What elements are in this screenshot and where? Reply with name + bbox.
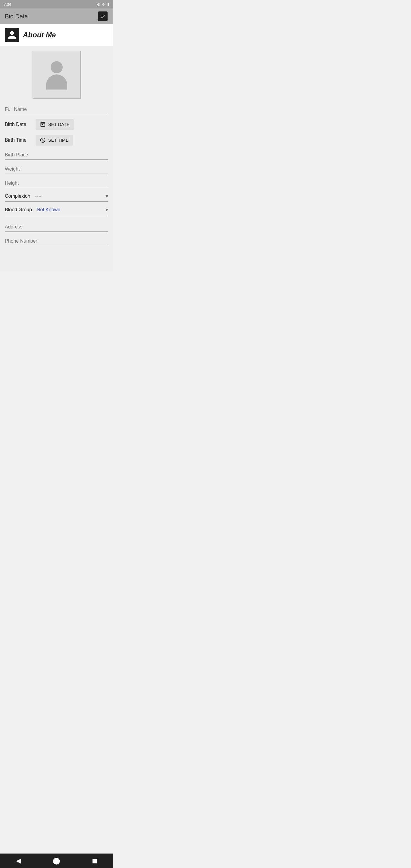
person-icon (7, 30, 17, 40)
blood-group-arrow-icon: ▾ (105, 207, 108, 213)
complexion-value: ---- (35, 193, 105, 199)
person-head (51, 61, 63, 73)
complexion-label: Complexion (5, 193, 30, 199)
phone-number-input[interactable] (5, 237, 108, 246)
birth-place-input[interactable] (5, 150, 108, 160)
weight-input[interactable] (5, 164, 108, 174)
address-input[interactable] (5, 222, 108, 232)
set-time-label: SET TIME (48, 138, 69, 143)
birth-date-row: Birth Date SET DATE (5, 119, 108, 130)
address-field (5, 222, 108, 232)
set-date-button[interactable]: SET DATE (36, 119, 74, 130)
photo-placeholder-wrapper (5, 51, 108, 99)
full-name-field (5, 105, 108, 114)
height-field (5, 179, 108, 188)
app-bar: Bio Data (0, 8, 113, 24)
birth-place-field (5, 150, 108, 160)
birth-date-label: Birth Date (5, 122, 32, 127)
birth-time-row: Birth Time SET TIME (5, 135, 108, 146)
check-icon (100, 13, 106, 19)
phone-number-field (5, 237, 108, 246)
status-time: 7:34 (4, 2, 11, 7)
blood-group-label: Blood Group (5, 207, 32, 213)
battery-icon: ▮ (107, 2, 109, 7)
birth-time-label: Birth Time (5, 137, 32, 143)
airplane-icon: ✈ (102, 2, 105, 7)
set-time-button[interactable]: SET TIME (36, 135, 73, 146)
check-button[interactable] (97, 11, 108, 22)
about-me-title: About Me (23, 31, 56, 39)
complexion-row[interactable]: Complexion ---- ▾ (5, 193, 108, 202)
person-silhouette (44, 61, 69, 88)
clock-icon (40, 137, 46, 143)
photo-placeholder[interactable] (33, 51, 81, 99)
check-icon-wrapper (98, 11, 107, 21)
app-title: Bio Data (5, 13, 28, 20)
complexion-arrow-icon: ▾ (105, 193, 108, 199)
set-date-label: SET DATE (48, 122, 70, 127)
height-input[interactable] (5, 179, 108, 188)
status-icons: ⊙ ✈ ▮ (97, 2, 109, 7)
calendar-icon (40, 121, 46, 127)
blood-group-row[interactable]: Blood Group Not Known ▾ (5, 207, 108, 215)
sim-icon: ⊙ (97, 2, 100, 7)
blood-group-value: Not Known (37, 207, 105, 213)
person-body (46, 74, 67, 90)
form-content: Birth Date SET DATE Birth Time SET TIME (0, 46, 113, 271)
weight-field (5, 164, 108, 174)
status-bar: 7:34 ⊙ ✈ ▮ (0, 0, 113, 8)
full-name-input[interactable] (5, 105, 108, 114)
about-me-header: About Me (0, 24, 113, 46)
profile-icon-small (5, 28, 19, 42)
